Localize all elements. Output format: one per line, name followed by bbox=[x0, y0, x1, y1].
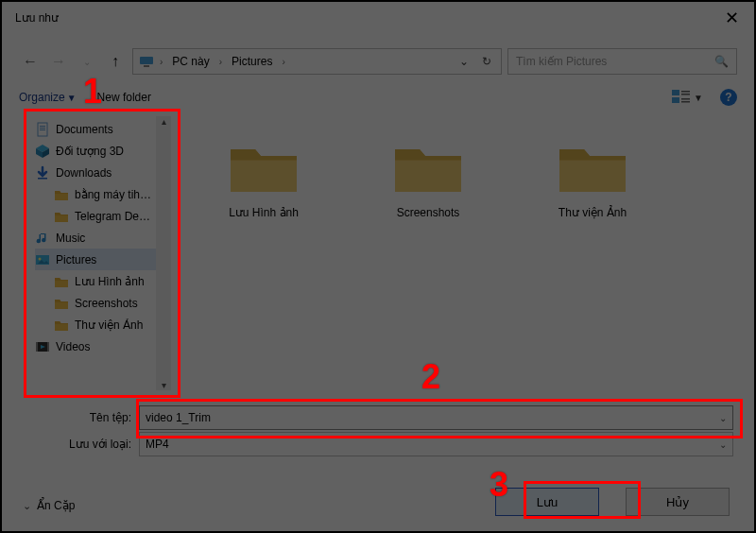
breadcrumb-pictures[interactable]: Pictures bbox=[228, 55, 276, 68]
organize-menu[interactable]: Organize ▼ bbox=[19, 91, 77, 104]
tree-item[interactable]: Đối tượng 3D bbox=[35, 140, 171, 162]
close-icon[interactable]: ✕ bbox=[719, 9, 745, 26]
chevron-down-icon: ▼ bbox=[694, 93, 703, 103]
tree-item[interactable]: Videos bbox=[35, 335, 171, 357]
folder-label: Lưu Hình ảnh bbox=[229, 206, 299, 219]
hide-folders-label: Ẩn Cặp bbox=[37, 499, 75, 512]
pic-icon bbox=[35, 252, 50, 267]
folder-icon bbox=[556, 138, 629, 197]
folder-icon bbox=[54, 318, 69, 333]
tree-item-label: Đối tượng 3D bbox=[56, 145, 124, 158]
search-input[interactable]: Tìm kiếm Pictures 🔍 bbox=[507, 48, 737, 75]
folder-icon bbox=[54, 296, 69, 311]
tree-item-label: Documents bbox=[56, 123, 113, 136]
tree-item-label: bằng máy tihs… bbox=[75, 188, 156, 201]
tree-item[interactable]: Telegram Desk… bbox=[35, 205, 171, 227]
chevron-down-icon[interactable]: ⌄ bbox=[719, 413, 727, 423]
folder-icon bbox=[227, 138, 301, 197]
breadcrumb-pc[interactable]: PC này bbox=[168, 55, 213, 68]
tree-item-label: Thư viện Ảnh bbox=[75, 318, 143, 332]
dialog-actions: Lưu Hủy bbox=[495, 488, 730, 516]
filename-label: Tên tệp: bbox=[23, 411, 131, 424]
organize-label: Organize bbox=[19, 91, 65, 104]
tree-item[interactable]: Music bbox=[35, 227, 171, 249]
tree-item[interactable]: Pictures bbox=[35, 249, 171, 270]
refresh-icon[interactable]: ↻ bbox=[478, 55, 495, 68]
svg-rect-5 bbox=[672, 97, 679, 103]
recent-locations-dropdown[interactable]: ⌄ bbox=[76, 50, 98, 73]
chevron-down-icon: ⌄ bbox=[23, 500, 31, 512]
tree-item-label: Downloads bbox=[56, 166, 112, 180]
filetype-select[interactable]: MP4 ⌄ bbox=[139, 432, 733, 456]
folder-label: Screenshots bbox=[397, 206, 460, 219]
scroll-down-icon[interactable]: ▾ bbox=[162, 380, 166, 390]
filetype-label: Lưu với loại: bbox=[23, 438, 131, 451]
titlebar: Lưu như ✕ bbox=[15, 8, 745, 28]
chevron-down-icon[interactable]: ⌄ bbox=[719, 439, 727, 450]
scroll-up-icon[interactable]: ▴ bbox=[162, 116, 166, 127]
cube-icon bbox=[35, 144, 50, 159]
view-icon bbox=[672, 89, 691, 107]
svg-rect-6 bbox=[681, 98, 690, 100]
folder-item[interactable]: Screenshots bbox=[376, 138, 480, 219]
search-icon: 🔍 bbox=[714, 55, 729, 68]
tree-item-label: Lưu Hình ảnh bbox=[75, 275, 145, 288]
view-button[interactable]: ▼ bbox=[672, 89, 703, 107]
address-dropdown-icon[interactable]: ⌄ bbox=[455, 55, 472, 68]
down-icon bbox=[35, 165, 50, 181]
dialog-title: Lưu như bbox=[15, 11, 59, 25]
svg-rect-11 bbox=[40, 129, 45, 130]
svg-rect-7 bbox=[681, 101, 690, 103]
new-folder-button[interactable]: New folder bbox=[97, 91, 151, 104]
tree-item-label: Screenshots bbox=[75, 297, 138, 310]
filename-input[interactable]: video 1_Trim ⌄ bbox=[139, 405, 733, 430]
folder-item[interactable]: Lưu Hình ảnh bbox=[212, 138, 316, 219]
chevron-right-icon: › bbox=[282, 57, 284, 67]
tree-item[interactable]: Downloads bbox=[35, 162, 171, 183]
svg-rect-2 bbox=[672, 90, 679, 95]
svg-point-17 bbox=[39, 257, 42, 260]
chevron-right-icon: › bbox=[160, 57, 163, 67]
navigation-tree[interactable]: DocumentsĐối tượng 3DDownloadsbằng máy t… bbox=[28, 115, 172, 391]
back-button[interactable]: ← bbox=[19, 50, 42, 73]
filename-value: video 1_Trim bbox=[146, 411, 211, 424]
svg-rect-3 bbox=[681, 91, 690, 93]
svg-rect-9 bbox=[40, 126, 45, 127]
tree-item[interactable]: Documents bbox=[35, 118, 171, 140]
save-button[interactable]: Lưu bbox=[495, 488, 599, 516]
tree-item-label: Videos bbox=[56, 340, 90, 353]
doc-icon bbox=[35, 122, 50, 137]
tree-item[interactable]: Screenshots bbox=[35, 292, 171, 314]
svg-rect-0 bbox=[140, 57, 153, 64]
folder-label: Thư viện Ảnh bbox=[558, 206, 627, 219]
up-button[interactable]: ↑ bbox=[104, 50, 127, 73]
pc-icon bbox=[139, 54, 154, 69]
nav-row: ← → ⌄ ↑ › PC này › Pictures › ⌄ ↻ Tìm ki… bbox=[19, 47, 737, 76]
tree-scrollbar[interactable]: ▴ ▾ bbox=[156, 116, 171, 390]
filetype-value: MP4 bbox=[146, 438, 169, 451]
svg-rect-20 bbox=[47, 342, 49, 352]
svg-rect-19 bbox=[36, 342, 38, 352]
svg-rect-4 bbox=[681, 94, 690, 95]
music-icon bbox=[35, 231, 50, 246]
svg-rect-15 bbox=[38, 178, 47, 180]
video-icon bbox=[35, 339, 50, 354]
chevron-right-icon: › bbox=[219, 57, 222, 67]
folder-item[interactable]: Thư viện Ảnh bbox=[541, 138, 644, 219]
tree-item[interactable]: bằng máy tihs… bbox=[35, 183, 171, 205]
forward-button[interactable]: → bbox=[47, 50, 70, 73]
tree-item[interactable]: Thư viện Ảnh bbox=[35, 314, 171, 335]
cancel-button[interactable]: Hủy bbox=[626, 488, 730, 516]
folder-icon bbox=[391, 138, 465, 197]
tree-item[interactable]: Lưu Hình ảnh bbox=[35, 270, 171, 292]
folder-icon bbox=[54, 209, 69, 224]
folder-icon bbox=[54, 187, 69, 202]
svg-rect-10 bbox=[40, 128, 45, 129]
help-icon[interactable]: ? bbox=[720, 89, 737, 106]
toolbar: Organize ▼ New folder ▼ ? bbox=[19, 85, 737, 110]
file-list[interactable]: Lưu Hình ảnhScreenshotsThư viện Ảnh bbox=[183, 115, 733, 389]
hide-folders-toggle[interactable]: ⌄ Ẩn Cặp bbox=[23, 499, 75, 512]
tree-item-label: Telegram Desk… bbox=[75, 210, 156, 223]
filetype-row: Lưu với loại: MP4 ⌄ bbox=[23, 433, 733, 456]
address-bar[interactable]: › PC này › Pictures › ⌄ ↻ bbox=[132, 48, 502, 75]
